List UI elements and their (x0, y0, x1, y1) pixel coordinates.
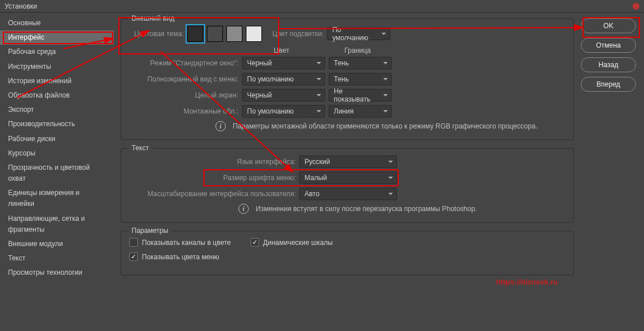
text-group: Текст Язык интерфейса: Русский Размер шр… (121, 148, 574, 223)
content: Основные Интерфейс Рабочая среда Инструм… (0, 13, 644, 331)
sidebar-item-export[interactable]: Экспорт (0, 103, 114, 117)
theme-swatch-darkest[interactable] (187, 26, 203, 42)
theme-swatch-dark[interactable] (207, 26, 223, 42)
ok-button[interactable]: OK (581, 18, 636, 33)
text-legend: Текст (128, 144, 152, 152)
color-theme-label: Цветовая тема: (129, 30, 184, 38)
sidebar-item-file-handling[interactable]: Обработка файлов (0, 88, 114, 103)
checkbox-icon (129, 238, 138, 247)
dynamic-sliders-checkbox[interactable]: Динамические шкалы (250, 238, 333, 247)
sidebar-item-performance[interactable]: Производительность (0, 117, 114, 131)
cancel-button[interactable]: Отмена (581, 38, 636, 53)
text-info-text: Изменения вступят в силу после перезапус… (256, 205, 477, 213)
sidebar-item-plugins[interactable]: Внешние модули (0, 237, 114, 251)
main-panel: Внешний вид Цветовая тема: Цвет подсветк… (114, 13, 581, 331)
standard-mode-border-dropdown[interactable]: Тень (329, 57, 392, 69)
color-theme-swatches (187, 26, 262, 42)
artboards-border-dropdown[interactable]: Линия (329, 105, 392, 118)
artboards-label: Монтажные обл.: (129, 107, 238, 115)
sidebar-item-scratch-disks[interactable]: Рабочие диски (0, 132, 114, 146)
sidebar-item-cursors[interactable]: Курсоры (0, 146, 114, 161)
channels-in-color-checkbox[interactable]: Показывать каналы в цвете (129, 238, 231, 247)
theme-swatch-light[interactable] (226, 26, 242, 42)
channels-in-color-label: Показывать каналы в цвете (142, 239, 231, 247)
show-menu-colors-checkbox[interactable]: Показывать цвета меню (129, 252, 219, 261)
standard-mode-label: Режим "Стандартное окно": (129, 59, 238, 67)
sidebar-item-units[interactable]: Единицы измерения и линейки (0, 186, 114, 211)
ui-font-size-dropdown[interactable]: Малый (299, 172, 397, 184)
fullscreen-menu-color-dropdown[interactable]: По умолчанию (242, 73, 325, 85)
info-icon: i (238, 204, 249, 214)
sidebar-item-type[interactable]: Текст (0, 251, 114, 266)
column-header-color: Цвет (238, 46, 325, 54)
fullscreen-menu-border-dropdown[interactable]: Тень (329, 73, 392, 85)
standard-mode-color-dropdown[interactable]: Черный (242, 57, 325, 69)
sidebar-item-tools[interactable]: Инструменты (0, 60, 114, 74)
show-menu-colors-label: Показывать цвета меню (142, 253, 219, 261)
highlight-color-dropdown[interactable]: По умолчанию (327, 28, 390, 40)
appearance-legend: Внешний вид (128, 14, 178, 22)
ui-language-dropdown[interactable]: Русский (299, 155, 397, 168)
sidebar-item-history[interactable]: История изменений (0, 74, 114, 88)
sidebar-item-general[interactable]: Основные (0, 16, 114, 30)
appearance-info-text: Параметры монтажной области применяются … (233, 122, 537, 130)
highlight-color-value: По умолчанию (332, 26, 378, 42)
ui-scaling-label: Масштабирование интерфейса пользователя: (129, 190, 296, 198)
watermark-text: https://biznesk.ru (496, 278, 558, 286)
options-group: Параметры Показывать каналы в цвете Дина… (121, 231, 574, 275)
fullscreen-menu-label: Полноэкранный вид с меню: (129, 75, 238, 83)
theme-swatch-lightest[interactable] (246, 26, 262, 42)
checkbox-icon (129, 252, 138, 261)
sidebar-item-guides[interactable]: Направляющие, сетка и фрагменты (0, 212, 114, 237)
dialog-buttons: OK Отмена Назад Вперед (581, 13, 644, 331)
sidebar: Основные Интерфейс Рабочая среда Инструм… (0, 13, 114, 331)
dynamic-sliders-label: Динамические шкалы (263, 239, 333, 247)
back-button[interactable]: Назад (581, 57, 636, 72)
appearance-group: Внешний вид Цветовая тема: Цвет подсветк… (121, 18, 574, 140)
ui-font-size-label: Размер шрифта меню: (129, 174, 296, 182)
sidebar-item-interface[interactable]: Интерфейс (0, 30, 114, 45)
sidebar-item-tech-previews[interactable]: Просмотры технологии (0, 266, 114, 280)
sidebar-item-workspace[interactable]: Рабочая среда (0, 45, 114, 59)
column-header-border: Граница (325, 46, 391, 54)
fullscreen-color-dropdown[interactable]: Черный (242, 89, 325, 102)
ui-language-label: Язык интерфейса: (129, 158, 296, 166)
highlight-color-label: Цвет подсветки: (272, 30, 323, 38)
titlebar: Установки (0, 0, 644, 13)
ui-scaling-dropdown[interactable]: Авто (299, 188, 397, 200)
info-icon: i (215, 121, 226, 131)
checkbox-icon (250, 238, 259, 247)
artboards-color-dropdown[interactable]: По умолчанию (242, 105, 325, 118)
close-icon[interactable] (633, 3, 639, 10)
forward-button[interactable]: Вперед (581, 77, 636, 92)
options-legend: Параметры (128, 227, 172, 235)
fullscreen-border-dropdown[interactable]: Не показывать (329, 89, 392, 102)
sidebar-item-transparency[interactable]: Прозрачность и цветовой охват (0, 161, 114, 186)
fullscreen-label: Целый экран: (129, 91, 238, 99)
window-title: Установки (5, 2, 37, 10)
